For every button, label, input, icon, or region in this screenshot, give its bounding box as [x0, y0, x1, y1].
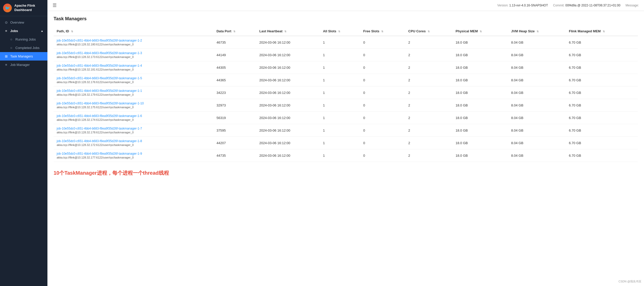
- sidebar-item-overview[interactable]: ⊙ Overview: [0, 18, 47, 27]
- cell-last-heartbeat: 2024-03-06 16:12:00: [256, 36, 320, 49]
- cell-free-slots: 0: [360, 74, 405, 86]
- sort-icon: ⇅: [338, 30, 340, 33]
- col-flink-mem[interactable]: Flink Managed MEM ⇅: [566, 27, 638, 36]
- col-all-slots-label: All Slots: [323, 29, 336, 33]
- sidebar-item-label: Running Jobs: [15, 37, 36, 41]
- sidebar-item-label: Job Manager: [10, 63, 30, 67]
- path-id-akka: akka.tcp://flink@10.128.32.180:6122/user…: [57, 43, 210, 46]
- sidebar-item-label: Task Managers: [10, 54, 33, 58]
- sidebar-item-jobs[interactable]: ≡ Jobs ▲: [0, 27, 47, 35]
- path-id-link[interactable]: job-10e55dc0-c651-4bb4-b683-f8ea9f35d26f…: [57, 152, 210, 155]
- topbar-meta: Version: 1.13-vvr-4.0.16-SNAPSHOT Commit…: [497, 4, 639, 7]
- col-cpu-cores-label: CPU Cores: [408, 29, 426, 33]
- overview-icon: ⊙: [4, 21, 8, 24]
- logo-icon: 🐦: [5, 6, 10, 11]
- table-row: job-10e55dc0-c651-4bb4-b683-f8ea9f35d26f…: [54, 112, 638, 124]
- cell-physical-mem: 18.0 GB: [452, 74, 508, 86]
- cell-physical-mem: 18.0 GB: [452, 36, 508, 49]
- cell-jvm-heap: 8.04 GB: [508, 124, 566, 137]
- cell-all-slots: 1: [320, 86, 360, 99]
- cell-physical-mem: 18.0 GB: [452, 137, 508, 149]
- cell-last-heartbeat: 2024-03-06 16:12:00: [256, 74, 320, 86]
- col-cpu-cores[interactable]: CPU Cores ⇅: [405, 27, 452, 36]
- cell-jvm-heap: 8.04 GB: [508, 112, 566, 124]
- cell-data-port: 44149: [213, 49, 256, 61]
- table-body: job-10e55dc0-c651-4bb4-b683-f8ea9f35d26f…: [54, 36, 638, 162]
- path-id-link[interactable]: job-10e55dc0-c651-4bb4-b683-f8ea9f35d26f…: [57, 139, 210, 143]
- path-id-link[interactable]: job-10e55dc0-c651-4bb4-b683-f8ea9f35d26f…: [57, 51, 210, 55]
- menu-button[interactable]: ☰: [53, 3, 57, 8]
- col-all-slots[interactable]: All Slots ⇅: [320, 27, 360, 36]
- col-last-heartbeat[interactable]: Last Heartbeat ⇅: [256, 27, 320, 36]
- sort-icon: ⇅: [428, 30, 430, 33]
- col-jvm-heap[interactable]: JVM Heap Size ⇅: [508, 27, 566, 36]
- cell-free-slots: 0: [360, 112, 405, 124]
- version-label: Version: 1.13-vvr-4.0.16-SNAPSHOT: [497, 4, 548, 7]
- sidebar-header: 🐦 Apache Flink Dashboard: [0, 0, 47, 16]
- cell-cpu-cores: 2: [405, 86, 452, 99]
- cell-flink-mem: 6.70 GB: [566, 149, 638, 162]
- page-title: Task Managers: [54, 16, 638, 22]
- cell-path-id: job-10e55dc0-c651-4bb4-b683-f8ea9f35d26f…: [54, 124, 213, 137]
- table-row: job-10e55dc0-c651-4bb4-b683-f8ea9f35d26f…: [54, 36, 638, 49]
- path-id-akka: akka.tcp://flink@10.128.32.175:6122/user…: [57, 106, 210, 109]
- sidebar-item-task-managers[interactable]: ⊞ Task Managers: [0, 52, 47, 61]
- sidebar-item-label: Overview: [10, 21, 24, 24]
- cell-all-slots: 1: [320, 112, 360, 124]
- cell-free-slots: 0: [360, 36, 405, 49]
- sort-icon: ⇅: [284, 30, 286, 33]
- table-row: job-10e55dc0-c651-4bb4-b683-f8ea9f35d26f…: [54, 49, 638, 61]
- sidebar-item-job-manager[interactable]: ≡ Job Manager: [0, 61, 47, 69]
- col-flink-mem-label: Flink Managed MEM: [569, 29, 601, 33]
- app-title: Apache Flink Dashboard: [14, 4, 44, 12]
- path-id-link[interactable]: job-10e55dc0-c651-4bb4-b683-f8ea9f35d26f…: [57, 127, 210, 130]
- cell-all-slots: 1: [320, 99, 360, 112]
- sidebar-item-running-jobs[interactable]: ○ Running Jobs: [0, 35, 47, 44]
- cell-physical-mem: 18.0 GB: [452, 112, 508, 124]
- cell-path-id: job-10e55dc0-c651-4bb4-b683-f8ea9f35d26f…: [54, 49, 213, 61]
- col-physical-mem[interactable]: Physical MEM ⇅: [452, 27, 508, 36]
- table-header: Path, ID ⇅ Data Port ⇅ Last Heartbeat ⇅: [54, 27, 638, 36]
- sort-icon: ⇅: [537, 30, 539, 33]
- table-row: job-10e55dc0-c651-4bb4-b683-f8ea9f35d26f…: [54, 149, 638, 162]
- path-id-link[interactable]: job-10e55dc0-c651-4bb4-b683-f8ea9f35d26f…: [57, 39, 210, 42]
- sort-icon: ⇅: [381, 30, 383, 33]
- path-id-link[interactable]: job-10e55dc0-c651-4bb4-b683-f8ea9f35d26f…: [57, 64, 210, 67]
- col-free-slots-label: Free Slots: [363, 29, 379, 33]
- table-container: Path, ID ⇅ Data Port ⇅ Last Heartbeat ⇅: [54, 27, 638, 162]
- cell-path-id: job-10e55dc0-c651-4bb4-b683-f8ea9f35d26f…: [54, 137, 213, 149]
- cell-last-heartbeat: 2024-03-06 16:12:00: [256, 149, 320, 162]
- jobs-icon: ≡: [4, 29, 8, 33]
- sort-icon: ⇅: [480, 30, 482, 33]
- table-row: job-10e55dc0-c651-4bb4-b683-f8ea9f35d26f…: [54, 86, 638, 99]
- sidebar-item-completed-jobs[interactable]: ○ Completed Jobs: [0, 44, 47, 52]
- cell-all-slots: 1: [320, 149, 360, 162]
- cell-cpu-cores: 2: [405, 112, 452, 124]
- cell-data-port: 34223: [213, 86, 256, 99]
- cell-free-slots: 0: [360, 49, 405, 61]
- path-id-link[interactable]: job-10e55dc0-c651-4bb4-b683-f8ea9f35d26f…: [57, 102, 210, 105]
- cell-jvm-heap: 8.04 GB: [508, 86, 566, 99]
- cell-cpu-cores: 2: [405, 99, 452, 112]
- col-free-slots[interactable]: Free Slots ⇅: [360, 27, 405, 36]
- cell-last-heartbeat: 2024-03-06 16:12:00: [256, 124, 320, 137]
- cell-last-heartbeat: 2024-03-06 16:12:00: [256, 137, 320, 149]
- cell-flink-mem: 6.70 GB: [566, 61, 638, 74]
- col-jvm-heap-label: JVM Heap Size: [511, 29, 535, 33]
- task-managers-table: Path, ID ⇅ Data Port ⇅ Last Heartbeat ⇅: [54, 27, 638, 162]
- cell-physical-mem: 18.0 GB: [452, 124, 508, 137]
- cell-path-id: job-10e55dc0-c651-4bb4-b683-f8ea9f35d26f…: [54, 74, 213, 86]
- path-id-link[interactable]: job-10e55dc0-c651-4bb4-b683-f8ea9f35d26f…: [57, 76, 210, 80]
- cell-flink-mem: 6.70 GB: [566, 36, 638, 49]
- col-path-id[interactable]: Path, ID ⇅: [54, 27, 213, 36]
- path-id-akka: akka.tcp://flink@10.128.32.181:6122/user…: [57, 68, 210, 71]
- table-row: job-10e55dc0-c651-4bb4-b683-f8ea9f35d26f…: [54, 99, 638, 112]
- cell-path-id: job-10e55dc0-c651-4bb4-b683-f8ea9f35d26f…: [54, 36, 213, 49]
- cell-cpu-cores: 2: [405, 124, 452, 137]
- col-data-port[interactable]: Data Port ⇅: [213, 27, 256, 36]
- cell-cpu-cores: 2: [405, 49, 452, 61]
- cell-jvm-heap: 8.04 GB: [508, 99, 566, 112]
- path-id-link[interactable]: job-10e55dc0-c651-4bb4-b683-f8ea9f35d26f…: [57, 114, 210, 118]
- path-id-link[interactable]: job-10e55dc0-c651-4bb4-b683-f8ea9f35d26f…: [57, 89, 210, 93]
- cell-jvm-heap: 8.04 GB: [508, 61, 566, 74]
